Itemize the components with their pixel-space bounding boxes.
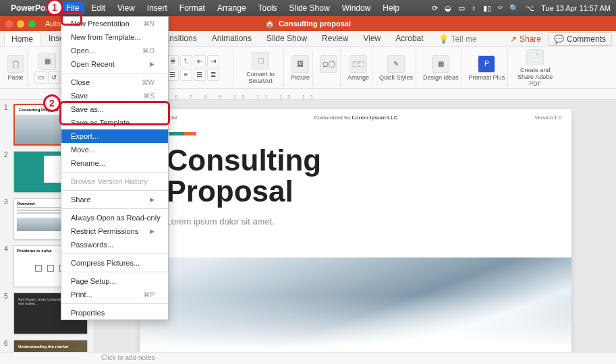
design-ideas-label: Design Ideas	[423, 74, 459, 81]
designideas-group: ▦ Design Ideas	[420, 49, 462, 87]
quick-styles-label: Quick Styles	[379, 74, 413, 81]
menu-read-only[interactable]: Always Open as Read-only	[61, 211, 168, 224]
adobe-group: 📄 Create and Share Adobe PDF	[512, 49, 558, 87]
menu-open[interactable]: Open...⌘O	[61, 44, 168, 57]
menu-close[interactable]: Close⌘W	[61, 75, 168, 89]
slide-version-label: Version 1.0	[534, 115, 561, 121]
menu-rename[interactable]: Rename...	[61, 156, 168, 170]
menubar-status-area: ⟳ ◒ ▭ ᚼ ▮▯ ⌔ 🔍 ⌥ Tue 13 Apr 11:57 AM	[432, 4, 611, 13]
menu-open-recent[interactable]: Open Recent▶	[61, 57, 168, 71]
menu-arrange[interactable]: Arrange	[212, 2, 252, 14]
status-search-icon[interactable]: 🔍	[509, 4, 519, 13]
adobe-label: Create and Share Adobe PDF	[515, 67, 555, 87]
status-shield-icon[interactable]: ◒	[445, 4, 451, 13]
thumb-slide-6[interactable]: 6 Understanding the market	[4, 340, 90, 352]
indent-left-icon[interactable]: ⇤	[194, 55, 206, 67]
slides-group: ▦ ▭↺	[32, 49, 63, 87]
chevron-right-icon: ▶	[150, 196, 155, 203]
menu-properties[interactable]: Properties	[61, 306, 168, 320]
smartart-label: Convert to SmartArt	[240, 71, 281, 84]
arrange-icon[interactable]: ⬚⬚	[349, 55, 367, 73]
shapes-icon[interactable]: ◻◯	[320, 55, 337, 73]
tab-animations[interactable]: Animations	[205, 32, 258, 47]
menu-move[interactable]: Move...	[61, 143, 168, 156]
menu-new-from-template[interactable]: New from Template...	[61, 30, 168, 44]
layout-icon[interactable]: ▭	[34, 71, 47, 84]
status-battery-icon[interactable]: ▮▯	[483, 4, 491, 13]
document-title[interactable]: Consulting proposal	[279, 20, 351, 28]
premast-group: P Premast Plus	[466, 49, 509, 87]
align-center-icon[interactable]: ≡	[180, 69, 192, 81]
tab-home[interactable]: Home	[4, 32, 40, 47]
chevron-right-icon: ▶	[150, 61, 155, 67]
menu-export[interactable]: Export...	[61, 129, 168, 143]
tab-acrobat[interactable]: Acrobat	[389, 32, 430, 47]
picture-label: Picture	[291, 74, 310, 81]
tab-slideshow[interactable]: Slide Show	[260, 32, 314, 47]
window-close-button[interactable]	[5, 20, 13, 28]
window-traffic-lights	[5, 20, 36, 28]
tell-me-search[interactable]: 💡 Tell me	[432, 32, 484, 47]
menu-insert[interactable]: Insert	[142, 2, 173, 14]
quick-styles-icon[interactable]: ✎	[387, 55, 405, 73]
menu-help[interactable]: Help	[377, 2, 405, 14]
arrange-label: Arrange	[347, 74, 369, 81]
slide-canvas[interactable]: Confidential Customized for Lorem Ipsum …	[140, 109, 571, 352]
slide-title[interactable]: ConsultingProposal	[167, 145, 544, 207]
status-wifi-icon[interactable]: ⌔	[498, 4, 503, 12]
window-maximize-button[interactable]	[28, 20, 36, 28]
smartart-group: ⬚ Convert to SmartArt	[237, 49, 284, 87]
menu-view[interactable]: View	[112, 2, 140, 14]
menubar-clock[interactable]: Tue 13 Apr 11:57 AM	[541, 4, 611, 12]
premast-label: Premast Plus	[469, 74, 505, 81]
align-right-icon[interactable]: ☰	[194, 69, 206, 81]
menu-share[interactable]: Share▶	[61, 193, 168, 206]
menu-browse-history: Browse Version History	[61, 175, 168, 188]
justify-icon[interactable]: ≣	[207, 69, 219, 81]
shapes-group: ◻◯	[317, 49, 341, 87]
share-button[interactable]: ↗ Share	[510, 34, 541, 44]
adobe-pdf-icon[interactable]: 📄	[526, 49, 544, 65]
menu-save[interactable]: Save⌘S	[61, 89, 168, 102]
quickstyles-group: ✎ Quick Styles	[376, 49, 416, 87]
tab-review[interactable]: Review	[315, 32, 355, 47]
slide-subtitle[interactable]: Lorem ipsum dolor sit amet.	[167, 216, 544, 226]
window-minimize-button[interactable]	[17, 20, 24, 28]
menu-passwords[interactable]: Passwords...	[61, 238, 168, 251]
menu-compress[interactable]: Compress Pictures...	[61, 256, 168, 270]
menu-window[interactable]: Window	[337, 2, 376, 14]
tab-view[interactable]: View	[356, 32, 387, 47]
annotation-callout-2: 2	[43, 94, 61, 112]
slide-mountain-image	[140, 257, 571, 352]
slide-canvas-area[interactable]: Confidential Customized for Lorem Ipsum …	[94, 100, 616, 352]
macos-menubar: PowerPoint File Edit View Insert Format …	[0, 0, 616, 16]
picture-icon[interactable]: 🖼	[291, 55, 309, 73]
menu-print[interactable]: Print...⌘P	[61, 288, 168, 301]
indent-right-icon[interactable]: ⇥	[207, 55, 219, 67]
notes-pane[interactable]: Click to add notes	[0, 352, 616, 364]
menu-restrict[interactable]: Restrict Permissions▶	[61, 224, 168, 238]
menu-edit[interactable]: Edit	[86, 2, 111, 14]
numbering-icon[interactable]: ⒈	[180, 55, 192, 67]
slide-accent-bar	[167, 132, 196, 135]
reset-icon[interactable]: ↺	[48, 71, 60, 84]
design-ideas-icon[interactable]: ▦	[432, 55, 449, 73]
picture-group: 🖼 Picture	[288, 49, 313, 87]
menu-page-setup[interactable]: Page Setup...	[61, 274, 168, 288]
annotation-box-file	[61, 11, 82, 26]
status-display-icon[interactable]: ▭	[458, 4, 465, 13]
paste-icon[interactable]: 📋	[7, 55, 24, 73]
menu-slideshow[interactable]: Slide Show	[284, 2, 335, 14]
slide-customized-label: Customized for Lorem Ipsum LLC	[314, 115, 398, 121]
status-sync-icon[interactable]: ⟳	[432, 4, 438, 13]
status-control-icon[interactable]: ⌥	[526, 4, 534, 13]
menu-tools[interactable]: Tools	[253, 2, 283, 14]
comments-button[interactable]: 💬 Comments	[548, 32, 612, 46]
chevron-right-icon: ▶	[150, 228, 155, 235]
new-slide-icon[interactable]: ▦	[38, 53, 56, 70]
smartart-icon[interactable]: ⬚	[252, 52, 269, 69]
menu-format[interactable]: Format	[174, 2, 211, 14]
status-bluetooth-icon[interactable]: ᚼ	[472, 4, 476, 12]
clipboard-group: 📋 Paste	[4, 49, 28, 87]
premast-icon[interactable]: P	[478, 55, 495, 73]
